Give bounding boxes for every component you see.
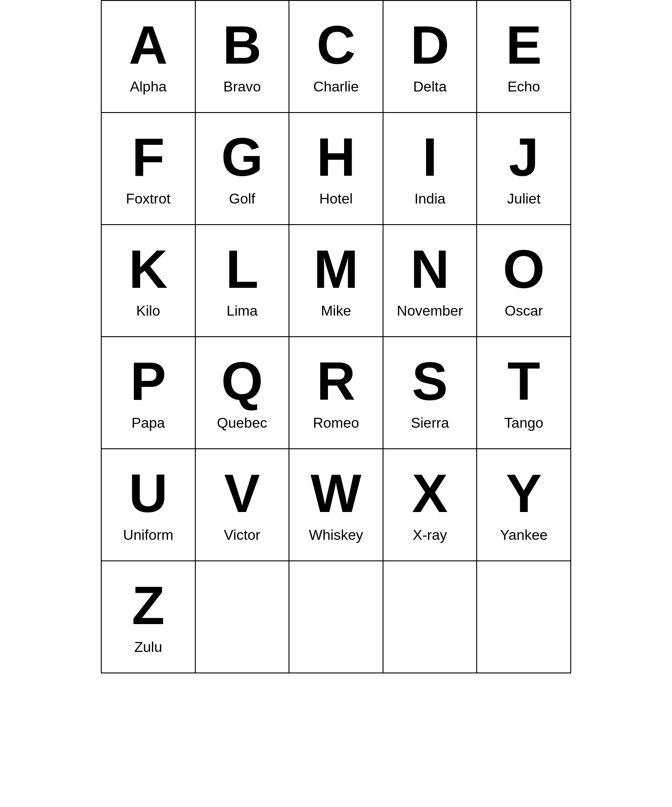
word-bravo: Bravo xyxy=(224,78,261,95)
word-mike: Mike xyxy=(321,303,351,319)
word-echo: Echo xyxy=(508,78,540,95)
word-whiskey: Whiskey xyxy=(309,527,363,543)
cell-empty-0 xyxy=(196,561,290,673)
word-alpha: Alpha xyxy=(130,78,167,95)
word-yankee: Yankee xyxy=(500,527,547,543)
letter-t: T xyxy=(508,354,540,408)
cell-n: NNovember xyxy=(383,225,478,337)
cell-m: MMike xyxy=(289,225,383,337)
letter-m: M xyxy=(314,242,358,296)
cell-j: JJuliet xyxy=(477,113,571,225)
cell-f: FFoxtrot xyxy=(102,113,196,225)
cell-a: AAlpha xyxy=(102,1,196,113)
letter-w: W xyxy=(310,466,361,520)
word-quebec: Quebec xyxy=(217,415,267,431)
cell-q: QQuebec xyxy=(196,337,290,449)
letter-p: P xyxy=(130,354,166,408)
letter-r: R xyxy=(317,354,356,408)
word-oscar: Oscar xyxy=(505,303,543,319)
cell-b: BBravo xyxy=(196,1,290,113)
letter-z: Z xyxy=(132,578,164,632)
word-golf: Golf xyxy=(229,191,255,207)
cell-z: ZZulu xyxy=(102,561,196,673)
cell-empty-2 xyxy=(383,561,478,673)
word-charlie: Charlie xyxy=(313,78,358,95)
cell-l: LLima xyxy=(196,225,290,337)
cell-p: PPapa xyxy=(102,337,196,449)
letter-n: N xyxy=(410,242,449,296)
word-victor: Victor xyxy=(224,527,260,543)
nato-alphabet-grid: AAlphaBBravoCCharlieDDeltaEEchoFFoxtrotG… xyxy=(101,0,571,673)
letter-d: D xyxy=(410,18,449,72)
cell-o: OOscar xyxy=(477,225,571,337)
letter-j: J xyxy=(509,130,539,184)
cell-empty-3 xyxy=(477,561,571,673)
cell-s: SSierra xyxy=(383,337,478,449)
cell-x: XX-ray xyxy=(383,449,478,561)
letter-y: Y xyxy=(506,466,542,520)
letter-i: I xyxy=(422,130,437,184)
cell-e: EEcho xyxy=(477,1,571,113)
letter-f: F xyxy=(132,130,164,184)
word-kilo: Kilo xyxy=(136,303,160,319)
letter-g: G xyxy=(221,130,263,184)
word-uniform: Uniform xyxy=(123,527,173,543)
cell-h: HHotel xyxy=(289,113,383,225)
word-foxtrot: Foxtrot xyxy=(126,191,171,207)
letter-s: S xyxy=(412,354,448,408)
word-tango: Tango xyxy=(504,415,543,431)
letter-o: O xyxy=(503,242,545,296)
word-delta: Delta xyxy=(413,78,447,95)
cell-t: TTango xyxy=(477,337,571,449)
cell-u: UUniform xyxy=(102,449,196,561)
letter-v: V xyxy=(224,466,260,520)
cell-d: DDelta xyxy=(383,1,478,113)
cell-i: IIndia xyxy=(383,113,478,225)
word-x-ray: X-ray xyxy=(413,527,447,543)
letter-l: L xyxy=(226,242,258,296)
word-juliet: Juliet xyxy=(507,191,541,207)
cell-v: VVictor xyxy=(196,449,290,561)
word-romeo: Romeo xyxy=(313,415,359,431)
letter-k: K xyxy=(129,242,168,296)
word-lima: Lima xyxy=(227,303,258,319)
cell-empty-1 xyxy=(289,561,383,673)
letter-c: C xyxy=(317,18,356,72)
letter-e: E xyxy=(506,18,542,72)
letter-h: H xyxy=(317,130,356,184)
cell-r: RRomeo xyxy=(289,337,383,449)
cell-g: GGolf xyxy=(196,113,290,225)
word-november: November xyxy=(397,303,463,319)
word-papa: Papa xyxy=(131,415,165,431)
word-india: India xyxy=(414,191,445,207)
letter-q: Q xyxy=(221,354,263,408)
letter-x: X xyxy=(412,466,448,520)
letter-u: U xyxy=(129,466,168,520)
letter-a: A xyxy=(129,18,168,72)
cell-w: WWhiskey xyxy=(289,449,383,561)
word-hotel: Hotel xyxy=(319,191,353,207)
cell-c: CCharlie xyxy=(289,1,383,113)
word-zulu: Zulu xyxy=(134,639,162,655)
cell-y: YYankee xyxy=(477,449,571,561)
cell-k: KKilo xyxy=(102,225,196,337)
word-sierra: Sierra xyxy=(411,415,449,431)
letter-b: B xyxy=(223,18,262,72)
